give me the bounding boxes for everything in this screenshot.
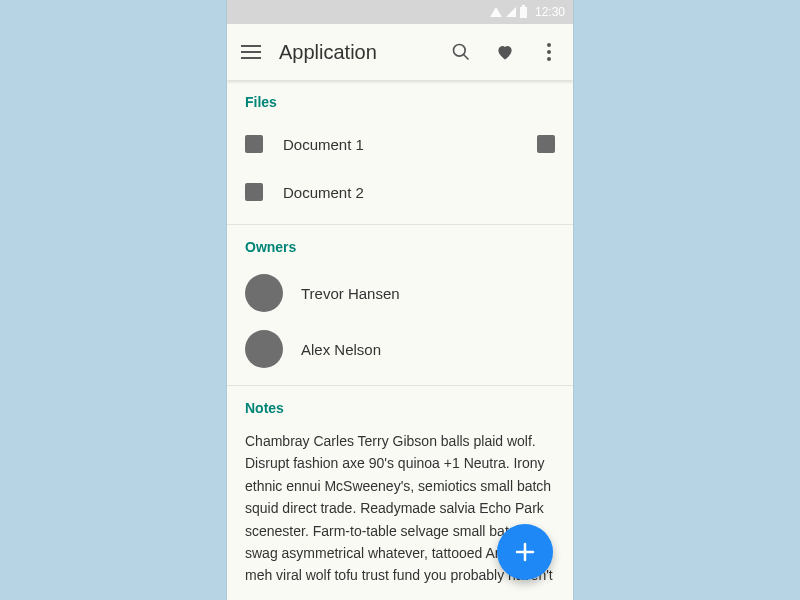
file-row[interactable]: Document 2 bbox=[245, 168, 555, 216]
checkbox-icon[interactable] bbox=[537, 135, 555, 153]
battery-icon bbox=[520, 7, 527, 18]
hamburger-icon bbox=[241, 45, 261, 59]
svg-rect-2 bbox=[241, 57, 261, 59]
file-label: Document 2 bbox=[283, 184, 555, 201]
plus-icon bbox=[513, 540, 537, 564]
more-vert-icon bbox=[547, 43, 551, 61]
wifi-icon bbox=[490, 7, 502, 17]
file-label: Document 1 bbox=[283, 136, 517, 153]
checkbox-icon[interactable] bbox=[245, 183, 263, 201]
svg-rect-1 bbox=[241, 51, 261, 53]
svg-point-5 bbox=[547, 43, 551, 47]
file-row[interactable]: Document 1 bbox=[245, 120, 555, 168]
avatar bbox=[245, 274, 283, 312]
svg-point-6 bbox=[547, 50, 551, 54]
section-title-notes: Notes bbox=[245, 400, 555, 416]
appbar-actions bbox=[449, 40, 561, 64]
owner-name: Trevor Hansen bbox=[301, 285, 555, 302]
svg-rect-0 bbox=[241, 45, 261, 47]
svg-point-3 bbox=[454, 45, 466, 57]
favorite-button[interactable] bbox=[493, 40, 517, 64]
avatar bbox=[245, 330, 283, 368]
status-time: 12:30 bbox=[535, 5, 565, 19]
search-icon bbox=[451, 42, 471, 62]
section-title-owners: Owners bbox=[245, 239, 555, 255]
app-bar: Application bbox=[227, 24, 573, 80]
owner-row[interactable]: Trevor Hansen bbox=[245, 265, 555, 321]
owner-row[interactable]: Alex Nelson bbox=[245, 321, 555, 377]
fab-add-button[interactable] bbox=[497, 524, 553, 580]
svg-point-7 bbox=[547, 57, 551, 61]
heart-icon bbox=[494, 42, 516, 62]
section-title-files: Files bbox=[245, 94, 555, 110]
app-title: Application bbox=[279, 41, 377, 64]
cell-signal-icon bbox=[506, 7, 516, 17]
overflow-button[interactable] bbox=[537, 40, 561, 64]
menu-button[interactable] bbox=[239, 40, 263, 64]
content-scroll[interactable]: Files Document 1 Document 2 Owners Trevo… bbox=[227, 80, 573, 600]
checkbox-icon[interactable] bbox=[245, 135, 263, 153]
status-bar: 12:30 bbox=[227, 0, 573, 24]
svg-line-4 bbox=[464, 55, 469, 60]
search-button[interactable] bbox=[449, 40, 473, 64]
section-owners: Owners Trevor Hansen Alex Nelson bbox=[227, 225, 573, 386]
phone-frame: 12:30 Application Files Document 1 bbox=[227, 0, 573, 600]
section-files: Files Document 1 Document 2 bbox=[227, 80, 573, 225]
owner-name: Alex Nelson bbox=[301, 341, 555, 358]
